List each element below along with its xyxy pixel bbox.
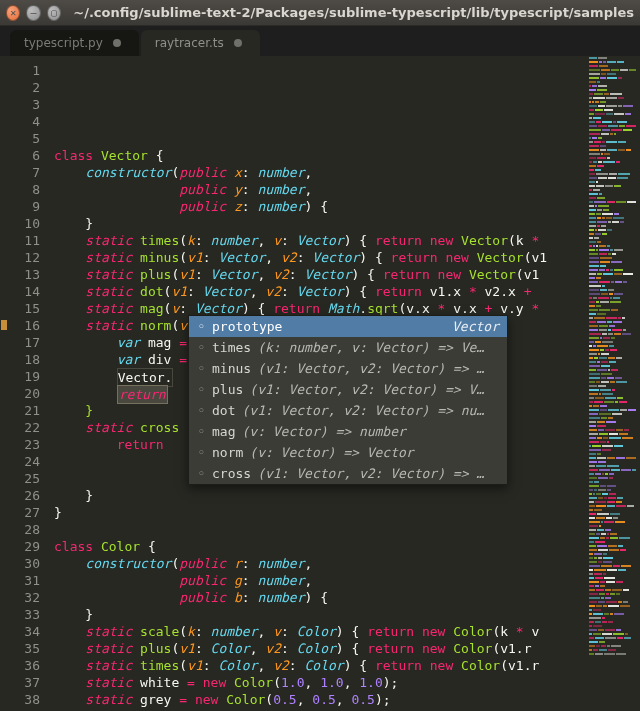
code-line[interactable]: public g: number, [54, 572, 640, 589]
minimap-line [589, 421, 636, 424]
code-line[interactable]: static scale(k: number, v: Color) { retu… [54, 623, 640, 640]
bullet-icon: ◦ [197, 444, 206, 461]
code-line[interactable]: } [54, 487, 640, 504]
code-line[interactable]: public y: number, [54, 181, 640, 198]
minimap-line [589, 177, 636, 180]
code-line[interactable]: static dot(v1: Vector, v2: Vector) { ret… [54, 283, 640, 300]
minimap-line [589, 429, 636, 432]
minimap-line [589, 181, 636, 184]
minimap-line [589, 457, 636, 460]
autocomplete-item[interactable]: ◦cross (v1: Vector, v2: Vector) => … [189, 463, 507, 484]
minimap-line [589, 297, 636, 300]
autocomplete-item[interactable]: ◦times (k: number, v: Vector) => Ve… [189, 337, 507, 358]
fold-marker [0, 147, 10, 164]
code-line[interactable]: } [54, 606, 640, 623]
minimap-line [589, 261, 636, 264]
minimap-line [589, 161, 636, 164]
minimap-line [589, 205, 636, 208]
minimap-line [589, 245, 636, 248]
bullet-icon: ◦ [197, 360, 206, 377]
code-line[interactable]: static plus(v1: Color, v2: Color) { retu… [54, 640, 640, 657]
fold-marker [0, 473, 10, 490]
minimap-line [589, 97, 636, 100]
fold-marker [0, 490, 10, 507]
minimap-line [589, 241, 636, 244]
code-line[interactable]: public b: number) { [54, 589, 640, 606]
line-number: 1 [10, 62, 40, 79]
minimap-line [589, 477, 636, 480]
autocomplete-item[interactable]: ◦minus (v1: Vector, v2: Vector) => … [189, 358, 507, 379]
code-line[interactable]: } [54, 504, 640, 521]
fold-marker [0, 232, 10, 249]
fold-marker [0, 266, 10, 283]
fold-marker [0, 249, 10, 266]
minimap-line [589, 449, 636, 452]
autocomplete-name: minus [212, 360, 251, 377]
minimap-line [589, 133, 636, 136]
minimap-line [589, 65, 636, 68]
line-number: 37 [10, 674, 40, 691]
minimap-line [589, 269, 636, 272]
code-line[interactable]: class Color { [54, 538, 640, 555]
minimap-line [589, 249, 636, 252]
autocomplete-item[interactable]: ◦plus (v1: Vector, v2: Vector) => V… [189, 379, 507, 400]
line-number: 26 [10, 487, 40, 504]
minimap-line [589, 193, 636, 196]
minimap-line [589, 217, 636, 220]
minimap-line [589, 501, 636, 504]
autocomplete-item[interactable]: ◦mag (v: Vector) => number [189, 421, 507, 442]
minimap-line [589, 437, 636, 440]
minimap-line [589, 525, 636, 528]
tab-typescript-py[interactable]: typescript.py [10, 30, 139, 56]
code-line[interactable] [54, 521, 640, 538]
code-line[interactable]: static times(v1: Color, v2: Color) { ret… [54, 657, 640, 674]
minimap-line [589, 405, 636, 408]
fold-marker [0, 181, 10, 198]
window-maximize-button[interactable]: ▢ [47, 5, 61, 21]
code-line[interactable]: constructor(public x: number, [54, 164, 640, 181]
line-number: 18 [10, 351, 40, 368]
minimap-line [589, 633, 636, 636]
code-line[interactable] [54, 130, 640, 147]
fold-marker [0, 626, 10, 643]
code-line[interactable]: static grey = new Color(0.5, 0.5, 0.5); [54, 691, 640, 708]
line-number: 6 [10, 147, 40, 164]
minimap-line [589, 529, 636, 532]
line-number: 30 [10, 555, 40, 572]
code-line[interactable]: static minus(v1: Vector, v2: Vector) { r… [54, 249, 640, 266]
code-line[interactable]: public z: number) { [54, 198, 640, 215]
minimap-line [589, 653, 636, 656]
code-area[interactable]: class Vector { constructor(public x: num… [48, 56, 640, 711]
line-number: 5 [10, 130, 40, 147]
fold-marker [0, 96, 10, 113]
minimap-line [589, 589, 636, 592]
code-line[interactable]: class Vector { [54, 147, 640, 164]
window-minimize-button[interactable]: – [26, 5, 40, 21]
line-number: 17 [10, 334, 40, 351]
autocomplete-popup[interactable]: ◦prototypeVector◦times (k: number, v: Ve… [188, 315, 508, 485]
code-line[interactable]: static white = new Color(1.0, 1.0, 1.0); [54, 674, 640, 691]
code-line[interactable]: static plus(v1: Vector, v2: Vector) { re… [54, 266, 640, 283]
fold-marker [0, 558, 10, 575]
minimap-line [589, 517, 636, 520]
autocomplete-item[interactable]: ◦norm (v: Vector) => Vector [189, 442, 507, 463]
autocomplete-item[interactable]: ◦prototypeVector [189, 316, 507, 337]
minimap-line [589, 629, 636, 632]
autocomplete-item[interactable]: ◦dot (v1: Vector, v2: Vector) => nu… [189, 400, 507, 421]
minimap-line [589, 493, 636, 496]
code-line[interactable]: } [54, 215, 640, 232]
minimap[interactable] [585, 56, 640, 711]
minimap-line [589, 293, 636, 296]
minimap-line [589, 233, 636, 236]
fold-marker [0, 694, 10, 711]
code-line[interactable]: constructor(public r: number, [54, 555, 640, 572]
line-number: 13 [10, 266, 40, 283]
minimap-line [589, 585, 636, 588]
tab-raytracer-ts[interactable]: raytracer.ts [141, 30, 260, 56]
code-line[interactable]: static times(k: number, v: Vector) { ret… [54, 232, 640, 249]
minimap-line [589, 337, 636, 340]
minimap-line [589, 489, 636, 492]
editor[interactable]: 1234567891011121314151617181920212223242… [0, 56, 640, 711]
window-close-button[interactable]: ✕ [6, 5, 20, 21]
line-number: 19 [10, 368, 40, 385]
